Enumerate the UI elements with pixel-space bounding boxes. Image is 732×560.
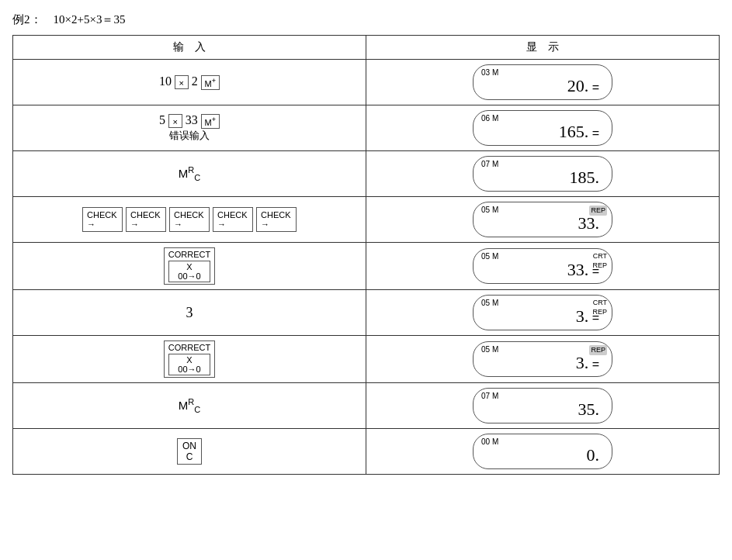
table-row: 10 × 2 M+03 M20. = bbox=[13, 60, 720, 105]
input-header: 输 入 bbox=[13, 36, 366, 60]
table-row: MRC07 M185. bbox=[13, 151, 720, 197]
page-title: 例2： 10×2+5×3＝35 bbox=[12, 12, 720, 27]
input-cell-row2: 5 × 33 M+错误输入 bbox=[13, 105, 366, 151]
table-row: ONC00 M0. bbox=[13, 429, 720, 475]
display-cell-row5: 05 MCRTREP33. = bbox=[366, 243, 720, 290]
multiply-key[interactable]: × bbox=[175, 75, 189, 89]
check-key[interactable]: CHECK→ bbox=[126, 207, 166, 232]
display-cell-row4: 05 MREP33. bbox=[366, 197, 720, 243]
table-row: CHECK→CHECK→CHECK→CHECK→CHECK→05 MREP33. bbox=[13, 197, 720, 243]
input-cell-row5: CORRECT X 00→0 bbox=[13, 243, 366, 290]
display-cell-row3: 07 M185. bbox=[366, 151, 720, 197]
table-row: 305 MCRTREP3. = bbox=[13, 290, 720, 336]
table-row: CORRECT X 00→0 05 MREP3. = bbox=[13, 336, 720, 383]
multiply-key[interactable]: × bbox=[168, 114, 182, 128]
mc-key[interactable]: MRC bbox=[179, 397, 200, 414]
correct-key[interactable]: CORRECT X 00→0 bbox=[164, 340, 215, 378]
input-cell-row8: MRC bbox=[13, 383, 366, 429]
display-cell-row9: 00 M0. bbox=[366, 429, 720, 475]
check-key[interactable]: CHECK→ bbox=[213, 207, 253, 232]
on-c-key[interactable]: ONC bbox=[177, 438, 202, 465]
input-cell-row9: ONC bbox=[13, 429, 366, 475]
input-cell-row7: CORRECT X 00→0 bbox=[13, 336, 366, 383]
table-row: 5 × 33 M+错误输入06 M165. = bbox=[13, 105, 720, 151]
mc-key[interactable]: MRC bbox=[179, 165, 200, 182]
mplus-key[interactable]: M+ bbox=[201, 114, 220, 129]
main-table: 输 入 显 示 10 × 2 M+03 M20. =5 × 33 M+错误输入0… bbox=[12, 35, 720, 475]
display-cell-row6: 05 MCRTREP3. = bbox=[366, 290, 720, 336]
input-cell-row4: CHECK→CHECK→CHECK→CHECK→CHECK→ bbox=[13, 197, 366, 243]
table-row: MRC07 M35. bbox=[13, 383, 720, 429]
check-key[interactable]: CHECK→ bbox=[256, 207, 297, 232]
input-cell-row1: 10 × 2 M+ bbox=[13, 60, 366, 105]
table-row: CORRECT X 00→0 05 MCRTREP33. = bbox=[13, 243, 720, 290]
input-cell-row3: MRC bbox=[13, 151, 366, 197]
correct-key[interactable]: CORRECT X 00→0 bbox=[164, 247, 215, 285]
display-cell-row2: 06 M165. = bbox=[366, 105, 720, 151]
display-header: 显 示 bbox=[366, 36, 720, 60]
display-cell-row1: 03 M20. = bbox=[366, 60, 720, 105]
display-cell-row7: 05 MREP3. = bbox=[366, 336, 720, 383]
mplus-key[interactable]: M+ bbox=[201, 75, 220, 90]
check-key[interactable]: CHECK→ bbox=[82, 207, 123, 232]
input-cell-row6: 3 bbox=[13, 290, 366, 336]
display-cell-row8: 07 M35. bbox=[366, 383, 720, 429]
check-key[interactable]: CHECK→ bbox=[169, 207, 210, 232]
